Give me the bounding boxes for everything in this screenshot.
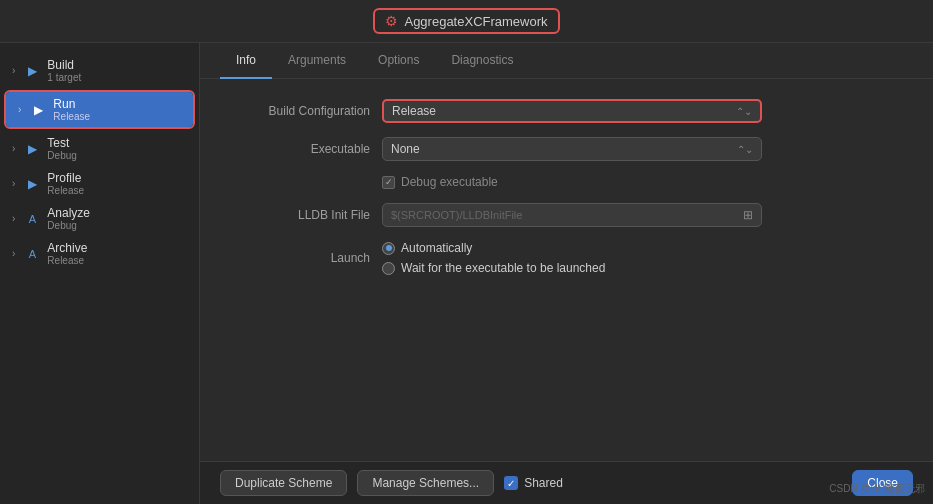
scheme-icon: ⚙ (385, 13, 398, 29)
main-container: › ▶ Build 1 target › ▶ Run Release (0, 43, 933, 504)
lldb-input[interactable]: $(SRCROOT)/LLDBInitFile ⊞ (382, 203, 762, 227)
profile-name: Profile (47, 171, 84, 185)
executable-select[interactable]: None ⌃⌄ (382, 137, 762, 161)
launch-auto-radio[interactable] (382, 242, 395, 255)
scheme-selector[interactable]: ⚙ AggregateXCFramework (373, 8, 559, 34)
sidebar-item-archive[interactable]: › A Archive Release (0, 236, 199, 271)
launch-radio-group: Automatically Wait for the executable to… (382, 241, 762, 275)
build-icon: ▶ (23, 62, 41, 80)
lldb-value: $(SRCROOT)/LLDBInitFile (391, 209, 522, 221)
tab-diagnostics[interactable]: Diagnostics (435, 43, 529, 79)
duplicate-scheme-button[interactable]: Duplicate Scheme (220, 470, 347, 496)
tab-options[interactable]: Options (362, 43, 435, 79)
sidebar: › ▶ Build 1 target › ▶ Run Release (0, 43, 200, 504)
shared-label: Shared (524, 476, 563, 490)
test-name: Test (47, 136, 76, 150)
watermark: CSDN @HH思而无邪 (829, 482, 925, 496)
lldb-control: $(SRCROOT)/LLDBInitFile ⊞ (382, 203, 762, 227)
executable-label: Executable (230, 142, 370, 156)
form-area: Build Configuration Release ⌃⌄ Executabl… (200, 79, 933, 461)
test-icon: ▶ (23, 140, 41, 158)
manage-schemes-button[interactable]: Manage Schemes... (357, 470, 494, 496)
run-icon: ▶ (29, 101, 47, 119)
run-sub: Release (53, 111, 90, 122)
archive-icon: A (23, 245, 41, 263)
file-browse-icon: ⊞ (743, 208, 753, 222)
launch-row: Launch Automatically Wait for the execut… (230, 241, 903, 275)
launch-label: Launch (230, 251, 370, 265)
build-config-label: Build Configuration (230, 104, 370, 118)
profile-icon: ▶ (23, 175, 41, 193)
debug-exe-checkbox-row[interactable]: ✓ Debug executable (382, 175, 762, 189)
profile-sub: Release (47, 185, 84, 196)
expand-arrow-analyze: › (12, 213, 15, 224)
executable-row: Executable None ⌃⌄ (230, 137, 903, 161)
debug-exe-row: ✓ Debug executable (230, 175, 903, 189)
launch-control: Automatically Wait for the executable to… (382, 241, 762, 275)
build-name: Build (47, 58, 81, 72)
launch-wait-radio[interactable] (382, 262, 395, 275)
launch-auto-row[interactable]: Automatically (382, 241, 762, 255)
footer: Duplicate Scheme Manage Schemes... ✓ Sha… (200, 461, 933, 504)
debug-exe-checkbox[interactable]: ✓ (382, 176, 395, 189)
run-name: Run (53, 97, 90, 111)
build-config-arrow: ⌃⌄ (736, 106, 752, 117)
expand-arrow-profile: › (12, 178, 15, 189)
debug-exe-label: Debug executable (401, 175, 498, 189)
launch-wait-label: Wait for the executable to be launched (401, 261, 605, 275)
sidebar-item-run[interactable]: › ▶ Run Release (6, 92, 193, 127)
analyze-name: Analyze (47, 206, 90, 220)
executable-control: None ⌃⌄ (382, 137, 762, 161)
lldb-label: LLDB Init File (230, 208, 370, 222)
build-config-value: Release (392, 104, 436, 118)
tab-info[interactable]: Info (220, 43, 272, 79)
build-config-select[interactable]: Release ⌃⌄ (382, 99, 762, 123)
shared-checkbox-icon[interactable]: ✓ (504, 476, 518, 490)
expand-arrow-archive: › (12, 248, 15, 259)
archive-sub: Release (47, 255, 87, 266)
build-config-row: Build Configuration Release ⌃⌄ (230, 99, 903, 123)
sidebar-item-test[interactable]: › ▶ Test Debug (0, 131, 199, 166)
tab-arguments[interactable]: Arguments (272, 43, 362, 79)
executable-arrow: ⌃⌄ (737, 144, 753, 155)
scheme-name: AggregateXCFramework (404, 14, 547, 29)
footer-left: Duplicate Scheme Manage Schemes... ✓ Sha… (220, 470, 563, 496)
sidebar-item-analyze[interactable]: › A Analyze Debug (0, 201, 199, 236)
sidebar-item-build[interactable]: › ▶ Build 1 target (0, 53, 199, 88)
analyze-sub: Debug (47, 220, 90, 231)
tab-bar: Info Arguments Options Diagnostics (200, 43, 933, 79)
expand-arrow-build: › (12, 65, 15, 76)
executable-value: None (391, 142, 420, 156)
test-text: Test Debug (47, 136, 76, 161)
expand-arrow-test: › (12, 143, 15, 154)
archive-text: Archive Release (47, 241, 87, 266)
archive-name: Archive (47, 241, 87, 255)
sidebar-group: › ▶ Build 1 target › ▶ Run Release (0, 51, 199, 273)
test-sub: Debug (47, 150, 76, 161)
expand-arrow-run: › (18, 104, 21, 115)
shared-checkbox-row[interactable]: ✓ Shared (504, 476, 563, 490)
analyze-text: Analyze Debug (47, 206, 90, 231)
run-text: Run Release (53, 97, 90, 122)
lldb-row: LLDB Init File $(SRCROOT)/LLDBInitFile ⊞ (230, 203, 903, 227)
header: ⚙ AggregateXCFramework (0, 0, 933, 43)
sidebar-item-profile[interactable]: › ▶ Profile Release (0, 166, 199, 201)
build-sub: 1 target (47, 72, 81, 83)
analyze-icon: A (23, 210, 41, 228)
content-panel: Info Arguments Options Diagnostics Build… (200, 43, 933, 504)
debug-exe-control: ✓ Debug executable (382, 175, 762, 189)
build-text: Build 1 target (47, 58, 81, 83)
build-config-control: Release ⌃⌄ (382, 99, 762, 123)
launch-wait-row[interactable]: Wait for the executable to be launched (382, 261, 762, 275)
profile-text: Profile Release (47, 171, 84, 196)
launch-auto-label: Automatically (401, 241, 472, 255)
